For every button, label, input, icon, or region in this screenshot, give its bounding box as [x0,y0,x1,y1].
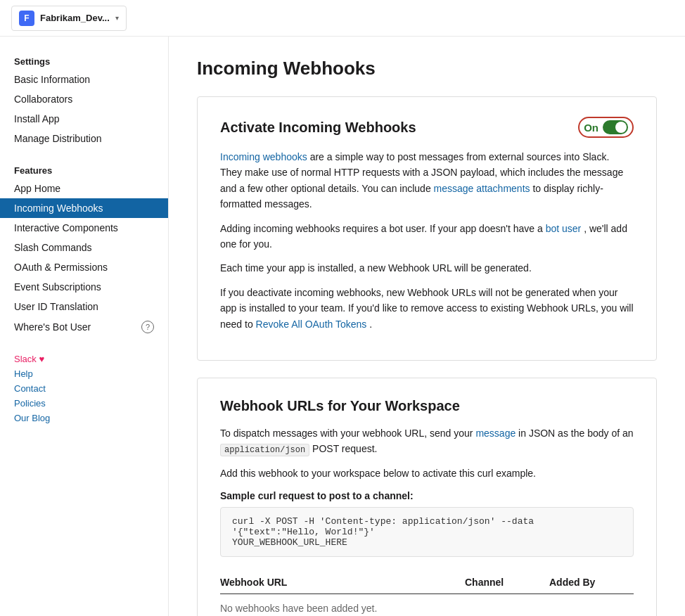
sidebar-item-basic-information[interactable]: Basic Information [0,70,168,89]
webhook-url-header: Webhook URL [220,571,465,594]
sidebar-item-collaborators[interactable]: Collaborators [0,89,168,109]
footer-link-contact[interactable]: Contact [14,381,154,396]
settings-section-title: Settings [0,51,168,70]
activate-paragraph-1: Incoming webhooks are a simple way to po… [220,149,634,212]
help-circle-icon: ? [141,321,154,333]
sidebar-item-install-app[interactable]: Install App [0,109,168,129]
webhook-empty-row: No webhooks have been added yet. [220,593,634,616]
activate-paragraph-3: Each time your app is installed, a new W… [220,260,634,276]
activate-section-header: Activate Incoming Webhooks On [220,117,634,138]
webhook-intro: To dispatch messages with your webhook U… [220,425,634,458]
workspace-icon: F [19,11,34,26]
workspace-selector[interactable]: F Fabrikam_Dev... ▾ [11,6,127,31]
sidebar-item-event-subscriptions[interactable]: Event Subscriptions [0,277,168,297]
sidebar-item-oauth-permissions[interactable]: OAuth & Permissions [0,257,168,277]
main-content: Incoming Webhooks Activate Incoming Webh… [169,37,685,616]
webhook-urls-title: Webhook URLs for Your Workspace [220,398,634,414]
added-by-header: Added By [549,571,634,594]
toggle-switch[interactable] [603,120,628,134]
layout: Settings Basic Information Collaborators… [0,37,685,616]
header: F Fabrikam_Dev... ▾ [0,0,685,37]
sidebar: Settings Basic Information Collaborators… [0,37,169,616]
empty-message: No webhooks have been added yet. [220,593,634,616]
sidebar-item-manage-distribution[interactable]: Manage Distribution [0,129,168,148]
webhook-table: Webhook URL Channel Added By No webhooks… [220,571,634,616]
page-title: Incoming Webhooks [197,58,657,79]
sidebar-item-app-home[interactable]: App Home [0,179,168,198]
chevron-down-icon: ▾ [115,14,119,22]
activate-section-title: Activate Incoming Webhooks [220,120,416,136]
features-section-title: Features [0,160,168,179]
webhook-add-note: Add this webhook to your workspace below… [220,466,634,481]
toggle-knob [615,122,627,133]
channel-header: Channel [465,571,549,594]
footer-link-slack[interactable]: Slack ♥ [14,352,154,366]
footer-link-help[interactable]: Help [14,366,154,381]
curl-code-block: curl -X POST -H 'Content-type: applicati… [220,507,634,557]
toggle-container[interactable]: On [578,117,634,138]
footer-link-policies[interactable]: Policies [14,396,154,411]
sidebar-item-incoming-webhooks[interactable]: Incoming Webhooks [0,198,168,218]
activate-paragraph-2: Adding incoming webhooks requires a bot … [220,221,634,252]
sidebar-item-interactive-components[interactable]: Interactive Components [0,218,168,238]
bot-user-link[interactable]: bot user [546,223,582,234]
message-link[interactable]: message [475,428,516,439]
workspace-name: Fabrikam_Dev... [40,13,110,23]
activate-webhooks-card: Activate Incoming Webhooks On Incoming w… [197,96,657,361]
sidebar-item-wheres-bot-user[interactable]: Where's Bot User ? [0,316,168,338]
webhook-urls-card: Webhook URLs for Your Workspace To dispa… [197,378,657,616]
application-json-code: application/json [220,444,309,456]
sidebar-item-slash-commands[interactable]: Slash Commands [0,238,168,257]
incoming-webhooks-link[interactable]: Incoming webhooks [220,151,307,162]
activate-paragraph-4: If you deactivate incoming webhooks, new… [220,285,634,332]
revoke-oauth-link[interactable]: Revoke All OAuth Tokens [256,319,367,330]
curl-label: Sample curl request to post to a channel… [220,490,634,501]
sidebar-item-user-id-translation[interactable]: User ID Translation [0,297,168,316]
sidebar-footer: Slack ♥ Help Contact Policies Our Blog [0,338,168,425]
footer-link-our-blog[interactable]: Our Blog [14,411,154,425]
message-attachments-link[interactable]: message attachments [434,183,530,194]
toggle-label: On [584,122,598,134]
wheres-bot-user-label: Where's Bot User [14,321,91,333]
